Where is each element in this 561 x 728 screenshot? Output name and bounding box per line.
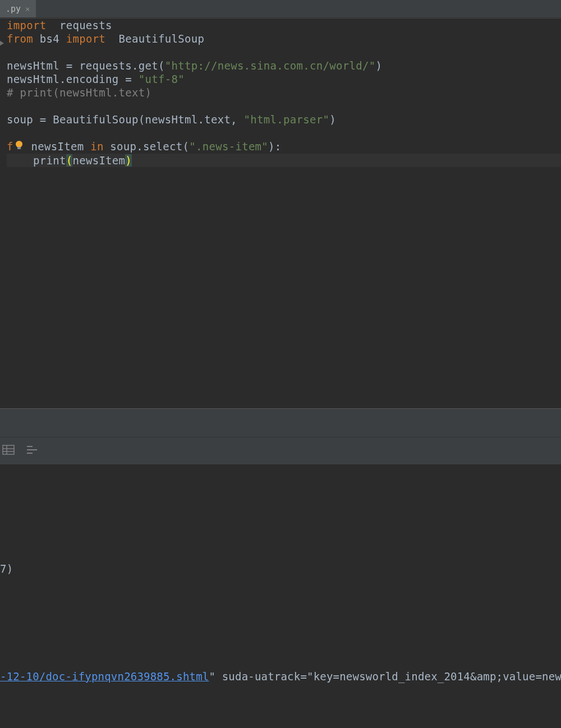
svg-rect-2 — [3, 445, 14, 454]
code-line: # print(newsHtml.text) — [7, 86, 561, 99]
svg-point-0 — [16, 141, 22, 148]
editor-tab[interactable]: .py × — [0, 0, 36, 17]
code-area: import requests from bs4 import Beautifu… — [7, 19, 561, 167]
console-line: 7) — [0, 560, 561, 578]
code-line — [7, 99, 561, 113]
svg-rect-1 — [17, 147, 21, 149]
tab-label: .py — [6, 4, 21, 14]
gutter-fold-icon[interactable] — [0, 40, 4, 51]
code-line-current: print(newsItem) — [7, 154, 561, 167]
code-line: f newsItem in soup.select(".news-item"): — [7, 140, 561, 154]
code-line — [7, 45, 561, 59]
code-line — [7, 126, 561, 140]
panel-divider[interactable] — [0, 408, 561, 437]
code-line: newsHtml = requests.get("http://news.sin… — [7, 59, 561, 72]
code-line: from bs4 import BeautifulSoup — [7, 32, 561, 45]
console-output[interactable]: 7) -12-10/doc-ifypnqvn2639885.shtml" sud… — [0, 464, 561, 728]
wrap-icon[interactable] — [26, 444, 38, 458]
console-link[interactable]: -12-10/doc-ifypnqvn2639885.shtml — [0, 670, 209, 683]
console-toolbar — [0, 437, 561, 464]
table-view-icon[interactable] — [2, 444, 15, 458]
console-line — [0, 506, 561, 524]
lightbulb-icon[interactable] — [13, 140, 25, 154]
code-line: import requests — [7, 19, 561, 32]
close-icon[interactable]: × — [25, 4, 30, 13]
editor-tab-bar: .py × — [0, 0, 561, 18]
console-line — [0, 614, 561, 632]
code-line: soup = BeautifulSoup(newsHtml.text, "htm… — [7, 113, 561, 126]
console-line: -12-10/doc-ifypnqvn2639885.shtml" suda-u… — [0, 667, 561, 685]
code-line: newsHtml.encoding = "utf-8" — [7, 72, 561, 86]
console-line — [0, 721, 561, 728]
code-editor[interactable]: import requests from bs4 import Beautifu… — [0, 18, 561, 408]
